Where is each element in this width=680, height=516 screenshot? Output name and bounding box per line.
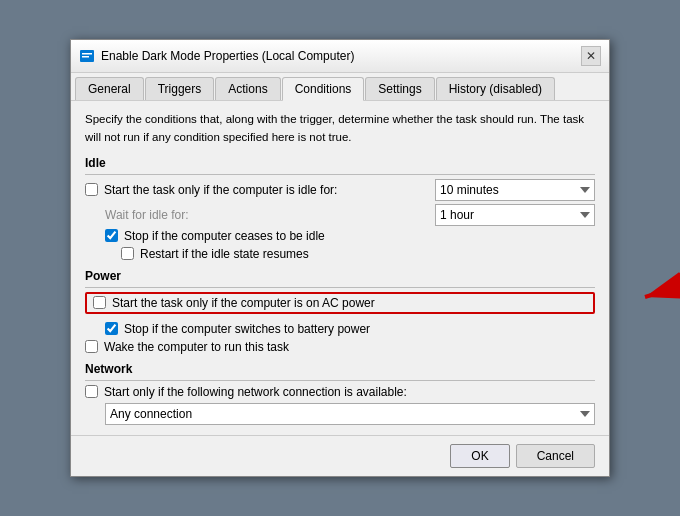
wake-checkbox[interactable] <box>85 340 98 353</box>
idle-restart-label: Restart if the idle state resumes <box>140 247 309 261</box>
idle-restart-checkbox[interactable] <box>121 247 134 260</box>
svg-rect-2 <box>82 56 89 58</box>
dialog-title: Enable Dark Mode Properties (Local Compu… <box>101 49 354 63</box>
ac-power-row: Start the task only if the computer is o… <box>85 292 595 314</box>
arrow-annotation <box>585 232 680 332</box>
ac-power-label: Start the task only if the computer is o… <box>112 296 375 310</box>
idle-stop-row: Stop if the computer ceases to be idle <box>85 229 595 243</box>
network-section-label: Network <box>85 362 595 376</box>
network-dropdown[interactable]: Any connection <box>105 403 595 425</box>
wake-label: Wake the computer to run this task <box>104 340 289 354</box>
tab-general[interactable]: General <box>75 77 144 100</box>
network-connection-label: Start only if the following network conn… <box>104 385 407 399</box>
battery-row: Stop if the computer switches to battery… <box>85 322 595 336</box>
idle-start-row: Start the task only if the computer is i… <box>85 179 595 201</box>
battery-label: Stop if the computer switches to battery… <box>124 322 370 336</box>
power-section: Power Start the task only if the compute… <box>85 269 595 354</box>
dialog-content: Specify the conditions that, along with … <box>71 101 609 435</box>
idle-start-label: Start the task only if the computer is i… <box>104 183 337 197</box>
idle-stop-checkbox[interactable] <box>105 229 118 242</box>
idle-section-label: Idle <box>85 156 595 170</box>
dialog-footer: OK Cancel <box>71 435 609 476</box>
idle-wait-dropdown[interactable]: 1 hour <box>435 204 595 226</box>
idle-minutes-dropdown[interactable]: 10 minutes <box>435 179 595 201</box>
ok-button[interactable]: OK <box>450 444 509 468</box>
idle-wait-label: Wait for idle for: <box>105 208 189 222</box>
svg-rect-1 <box>82 53 92 55</box>
power-divider <box>85 287 595 288</box>
description-text: Specify the conditions that, along with … <box>85 111 595 146</box>
dialog-window: Enable Dark Mode Properties (Local Compu… <box>70 39 610 477</box>
tab-triggers[interactable]: Triggers <box>145 77 215 100</box>
idle-wait-row: Wait for idle for: 1 hour <box>85 204 595 226</box>
wake-row: Wake the computer to run this task <box>85 340 595 354</box>
idle-start-checkbox[interactable] <box>85 183 98 196</box>
network-checkbox[interactable] <box>85 385 98 398</box>
power-section-label: Power <box>85 269 595 283</box>
tab-settings[interactable]: Settings <box>365 77 434 100</box>
tab-bar: General Triggers Actions Conditions Sett… <box>71 73 609 101</box>
idle-stop-label: Stop if the computer ceases to be idle <box>124 229 325 243</box>
close-button[interactable]: ✕ <box>581 46 601 66</box>
idle-restart-row: Restart if the idle state resumes <box>85 247 595 261</box>
tab-history[interactable]: History (disabled) <box>436 77 555 100</box>
tab-conditions[interactable]: Conditions <box>282 77 365 101</box>
network-divider <box>85 380 595 381</box>
network-connection-row: Start only if the following network conn… <box>85 385 595 399</box>
title-bar: Enable Dark Mode Properties (Local Compu… <box>71 40 609 73</box>
app-icon <box>79 48 95 64</box>
cancel-button[interactable]: Cancel <box>516 444 595 468</box>
ac-power-checkbox[interactable] <box>93 296 106 309</box>
tab-actions[interactable]: Actions <box>215 77 280 100</box>
network-dropdown-row: Any connection <box>85 403 595 425</box>
battery-checkbox[interactable] <box>105 322 118 335</box>
idle-section: Idle Start the task only if the computer… <box>85 156 595 261</box>
idle-divider <box>85 174 595 175</box>
network-section: Network Start only if the following netw… <box>85 362 595 425</box>
